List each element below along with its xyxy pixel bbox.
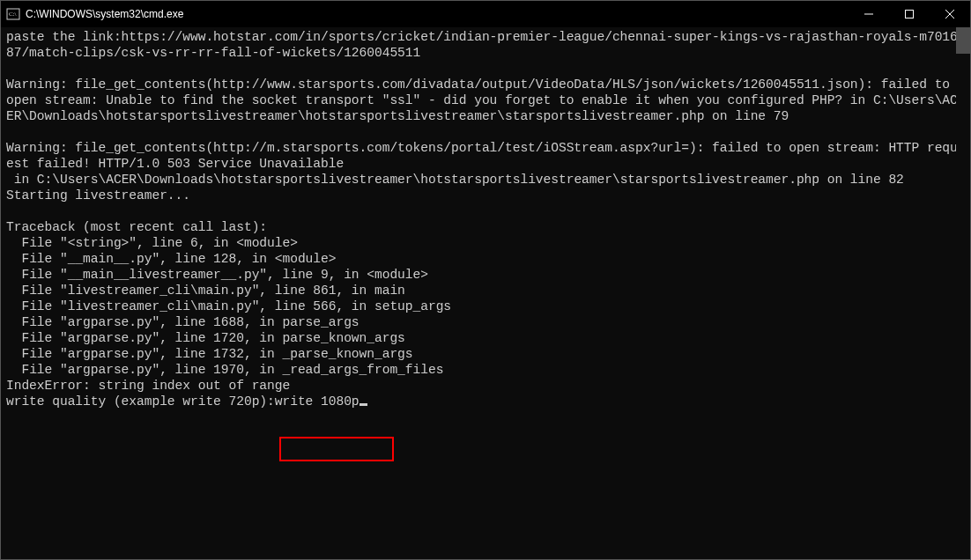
cmd-icon: C:\ (6, 7, 20, 21)
titlebar[interactable]: C:\ C:\WINDOWS\system32\cmd.exe (1, 1, 970, 27)
titlebar-left: C:\ C:\WINDOWS\system32\cmd.exe (1, 7, 183, 21)
text-cursor (359, 403, 367, 406)
quality-input[interactable]: write 1080p (275, 394, 359, 409)
titlebar-buttons (849, 1, 970, 27)
maximize-button[interactable] (889, 1, 930, 27)
svg-rect-3 (906, 11, 914, 18)
svg-text:C:\: C:\ (9, 11, 17, 18)
scrollbar-thumb[interactable] (956, 27, 970, 54)
quality-prompt: write quality (example write 720p): (6, 394, 275, 409)
cmd-window: C:\ C:\WINDOWS\system32\cmd.exe paste th… (0, 0, 971, 560)
scrollbar-track[interactable] (956, 27, 970, 559)
window-title: C:\WINDOWS\system32\cmd.exe (26, 8, 183, 20)
terminal-output[interactable]: paste the link:https://www.hotstar.com/i… (1, 27, 970, 559)
close-button[interactable] (930, 1, 970, 27)
minimize-button[interactable] (849, 1, 889, 27)
